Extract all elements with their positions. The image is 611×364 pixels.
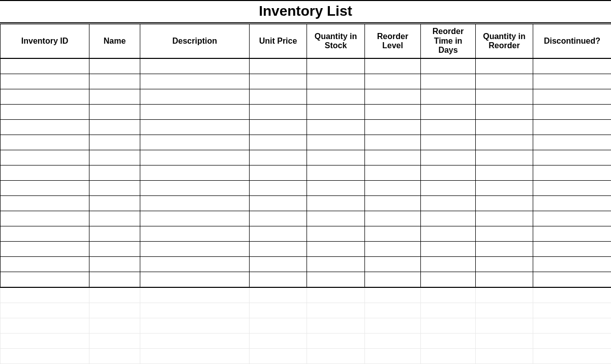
cell-reorder_time_in_days[interactable]	[421, 181, 476, 196]
cell-quantity_in_reorder[interactable]	[476, 196, 533, 211]
cell-reorder_time_in_days[interactable]	[421, 287, 476, 303]
cell-unit_price[interactable]	[250, 211, 307, 226]
cell-reorder_level[interactable]	[365, 242, 421, 257]
cell-discontinued[interactable]	[533, 105, 612, 120]
cell-description[interactable]	[140, 211, 250, 226]
cell-unit_price[interactable]	[250, 58, 307, 74]
cell-name[interactable]	[89, 120, 140, 135]
cell-description[interactable]	[140, 349, 250, 364]
cell-discontinued[interactable]	[533, 287, 612, 303]
cell-inventory_id[interactable]	[1, 287, 89, 303]
cell-inventory_id[interactable]	[1, 181, 89, 196]
cell-reorder_level[interactable]	[365, 181, 421, 196]
cell-reorder_level[interactable]	[365, 89, 421, 105]
cell-unit_price[interactable]	[250, 303, 307, 318]
cell-name[interactable]	[89, 166, 140, 181]
cell-reorder_level[interactable]	[365, 211, 421, 226]
col-header-discontinued[interactable]: Discontinued?	[533, 24, 612, 59]
cell-inventory_id[interactable]	[1, 74, 89, 89]
cell-reorder_time_in_days[interactable]	[421, 120, 476, 135]
cell-reorder_time_in_days[interactable]	[421, 272, 476, 288]
cell-name[interactable]	[89, 58, 140, 74]
cell-quantity_in_stock[interactable]	[307, 150, 365, 166]
cell-description[interactable]	[140, 105, 250, 120]
cell-name[interactable]	[89, 257, 140, 272]
cell-quantity_in_reorder[interactable]	[476, 211, 533, 226]
cell-description[interactable]	[140, 135, 250, 150]
cell-inventory_id[interactable]	[1, 120, 89, 135]
cell-name[interactable]	[89, 318, 140, 334]
cell-unit_price[interactable]	[250, 181, 307, 196]
cell-unit_price[interactable]	[250, 166, 307, 181]
cell-reorder_level[interactable]	[365, 334, 421, 349]
cell-quantity_in_reorder[interactable]	[476, 181, 533, 196]
cell-inventory_id[interactable]	[1, 303, 89, 318]
cell-discontinued[interactable]	[533, 303, 612, 318]
cell-quantity_in_stock[interactable]	[307, 303, 365, 318]
cell-quantity_in_stock[interactable]	[307, 349, 365, 364]
cell-unit_price[interactable]	[250, 89, 307, 105]
cell-reorder_time_in_days[interactable]	[421, 135, 476, 150]
cell-reorder_time_in_days[interactable]	[421, 257, 476, 272]
cell-name[interactable]	[89, 226, 140, 242]
cell-discontinued[interactable]	[533, 318, 612, 334]
cell-discontinued[interactable]	[533, 272, 612, 288]
cell-quantity_in_stock[interactable]	[307, 135, 365, 150]
col-header-quantity-in-stock[interactable]: Quantity in Stock	[307, 24, 365, 59]
cell-reorder_time_in_days[interactable]	[421, 74, 476, 89]
col-header-description[interactable]: Description	[140, 24, 250, 59]
cell-inventory_id[interactable]	[1, 257, 89, 272]
cell-unit_price[interactable]	[250, 334, 307, 349]
cell-name[interactable]	[89, 89, 140, 105]
cell-quantity_in_reorder[interactable]	[476, 318, 533, 334]
cell-quantity_in_reorder[interactable]	[476, 89, 533, 105]
cell-quantity_in_stock[interactable]	[307, 166, 365, 181]
cell-quantity_in_stock[interactable]	[307, 211, 365, 226]
cell-unit_price[interactable]	[250, 272, 307, 288]
cell-discontinued[interactable]	[533, 196, 612, 211]
cell-description[interactable]	[140, 318, 250, 334]
cell-unit_price[interactable]	[250, 226, 307, 242]
cell-quantity_in_stock[interactable]	[307, 105, 365, 120]
cell-reorder_level[interactable]	[365, 58, 421, 74]
cell-inventory_id[interactable]	[1, 150, 89, 166]
cell-quantity_in_stock[interactable]	[307, 196, 365, 211]
cell-description[interactable]	[140, 303, 250, 318]
cell-inventory_id[interactable]	[1, 135, 89, 150]
cell-inventory_id[interactable]	[1, 226, 89, 242]
cell-reorder_time_in_days[interactable]	[421, 89, 476, 105]
cell-quantity_in_stock[interactable]	[307, 120, 365, 135]
cell-name[interactable]	[89, 135, 140, 150]
cell-reorder_level[interactable]	[365, 318, 421, 334]
cell-quantity_in_reorder[interactable]	[476, 334, 533, 349]
cell-reorder_time_in_days[interactable]	[421, 58, 476, 74]
cell-quantity_in_reorder[interactable]	[476, 105, 533, 120]
cell-description[interactable]	[140, 257, 250, 272]
cell-inventory_id[interactable]	[1, 272, 89, 288]
cell-description[interactable]	[140, 166, 250, 181]
cell-inventory_id[interactable]	[1, 334, 89, 349]
cell-quantity_in_reorder[interactable]	[476, 257, 533, 272]
cell-description[interactable]	[140, 272, 250, 288]
cell-inventory_id[interactable]	[1, 318, 89, 334]
cell-quantity_in_stock[interactable]	[307, 181, 365, 196]
cell-inventory_id[interactable]	[1, 196, 89, 211]
cell-inventory_id[interactable]	[1, 211, 89, 226]
cell-name[interactable]	[89, 349, 140, 364]
cell-discontinued[interactable]	[533, 166, 612, 181]
cell-description[interactable]	[140, 287, 250, 303]
cell-reorder_level[interactable]	[365, 196, 421, 211]
cell-discontinued[interactable]	[533, 181, 612, 196]
cell-quantity_in_reorder[interactable]	[476, 349, 533, 364]
cell-reorder_level[interactable]	[365, 349, 421, 364]
col-header-unit-price[interactable]: Unit Price	[250, 24, 307, 59]
cell-discontinued[interactable]	[533, 74, 612, 89]
cell-name[interactable]	[89, 150, 140, 166]
cell-discontinued[interactable]	[533, 334, 612, 349]
cell-reorder_level[interactable]	[365, 287, 421, 303]
cell-quantity_in_stock[interactable]	[307, 272, 365, 288]
cell-quantity_in_stock[interactable]	[307, 226, 365, 242]
cell-unit_price[interactable]	[250, 120, 307, 135]
cell-reorder_level[interactable]	[365, 303, 421, 318]
cell-description[interactable]	[140, 196, 250, 211]
